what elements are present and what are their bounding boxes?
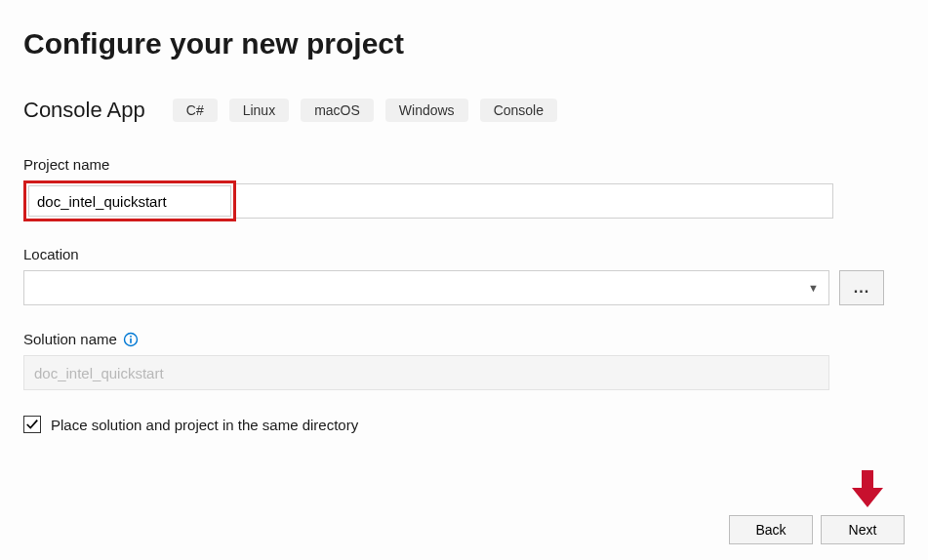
solution-name-label-text: Solution name xyxy=(23,331,117,347)
template-tag: macOS xyxy=(301,99,374,122)
annotation-highlight xyxy=(23,180,236,221)
back-button[interactable]: Back xyxy=(729,515,813,544)
wizard-footer: Back Next xyxy=(729,515,905,544)
solution-name-input xyxy=(23,355,829,390)
svg-rect-1 xyxy=(130,338,132,342)
next-button[interactable]: Next xyxy=(821,515,905,544)
project-name-label: Project name xyxy=(23,156,905,173)
check-icon xyxy=(25,418,39,431)
location-group: Location ▼ ... xyxy=(23,246,905,305)
solution-name-group: Solution name xyxy=(23,331,905,390)
project-name-input-extent[interactable] xyxy=(236,183,833,219)
info-icon[interactable] xyxy=(123,332,139,347)
project-name-input[interactable] xyxy=(28,185,231,217)
location-combobox[interactable]: ▼ xyxy=(23,270,829,305)
same-directory-checkbox[interactable] xyxy=(23,416,41,433)
project-name-group: Project name xyxy=(23,156,905,220)
same-directory-label: Place solution and project in the same d… xyxy=(51,417,358,433)
template-tag: C# xyxy=(173,99,218,122)
solution-name-label: Solution name xyxy=(23,331,905,347)
template-tag: Console xyxy=(480,99,557,122)
template-tag: Windows xyxy=(385,99,468,122)
chevron-down-icon: ▼ xyxy=(808,282,819,294)
template-summary: Console App C# Linux macOS Windows Conso… xyxy=(23,98,905,123)
same-directory-row: Place solution and project in the same d… xyxy=(23,416,905,433)
browse-location-button[interactable]: ... xyxy=(839,270,884,305)
template-name: Console App xyxy=(23,98,145,123)
annotation-arrow-icon xyxy=(852,470,883,507)
location-label: Location xyxy=(23,246,905,262)
svg-rect-2 xyxy=(130,336,132,338)
template-tag: Linux xyxy=(229,99,289,122)
page-title: Configure your new project xyxy=(23,27,905,60)
